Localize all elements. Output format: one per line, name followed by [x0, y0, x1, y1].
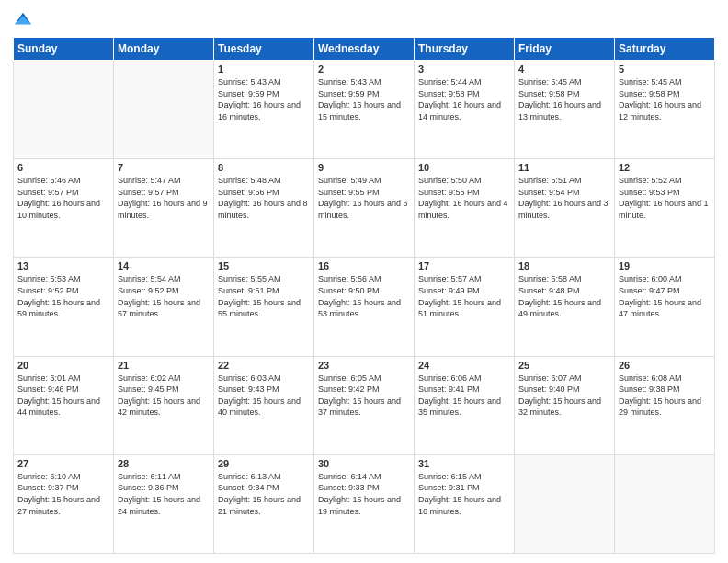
day-number: 2: [318, 63, 410, 75]
calendar-cell: 31Sunrise: 6:15 AM Sunset: 9:31 PM Dayli…: [415, 454, 515, 553]
day-info: Sunrise: 6:06 AM Sunset: 9:41 PM Dayligh…: [418, 373, 510, 419]
calendar-cell: 27Sunrise: 6:10 AM Sunset: 9:37 PM Dayli…: [14, 454, 114, 553]
day-number: 13: [17, 260, 109, 271]
day-info: Sunrise: 5:43 AM Sunset: 9:59 PM Dayligh…: [318, 76, 410, 122]
day-info: Sunrise: 5:45 AM Sunset: 9:58 PM Dayligh…: [518, 76, 610, 122]
calendar-cell: 26Sunrise: 6:08 AM Sunset: 9:38 PM Dayli…: [615, 356, 715, 454]
day-number: 15: [218, 260, 310, 271]
day-header-monday: Monday: [114, 38, 214, 61]
day-info: Sunrise: 5:43 AM Sunset: 9:59 PM Dayligh…: [218, 76, 310, 122]
day-header-saturday: Saturday: [615, 38, 715, 61]
calendar-cell: 22Sunrise: 6:03 AM Sunset: 9:43 PM Dayli…: [214, 356, 314, 454]
day-number: 17: [418, 260, 510, 271]
day-number: 24: [418, 360, 510, 371]
day-info: Sunrise: 5:50 AM Sunset: 9:55 PM Dayligh…: [418, 175, 510, 221]
calendar-cell: 25Sunrise: 6:07 AM Sunset: 9:40 PM Dayli…: [515, 356, 615, 454]
day-info: Sunrise: 5:56 AM Sunset: 9:50 PM Dayligh…: [318, 273, 410, 319]
calendar-cell: 19Sunrise: 6:00 AM Sunset: 9:47 PM Dayli…: [615, 258, 715, 356]
day-number: 4: [518, 63, 610, 75]
day-info: Sunrise: 6:14 AM Sunset: 9:33 PM Dayligh…: [318, 471, 410, 517]
day-info: Sunrise: 6:00 AM Sunset: 9:47 PM Dayligh…: [619, 273, 711, 319]
day-number: 5: [619, 63, 711, 75]
calendar-cell: 4Sunrise: 5:45 AM Sunset: 9:58 PM Daylig…: [515, 61, 615, 159]
day-info: Sunrise: 5:51 AM Sunset: 9:54 PM Dayligh…: [518, 175, 610, 221]
calendar-cell: 20Sunrise: 6:01 AM Sunset: 9:46 PM Dayli…: [14, 356, 114, 454]
day-header-thursday: Thursday: [415, 38, 515, 61]
calendar-cell: 24Sunrise: 6:06 AM Sunset: 9:41 PM Dayli…: [415, 356, 515, 454]
calendar-cell: 7Sunrise: 5:47 AM Sunset: 9:57 PM Daylig…: [114, 159, 214, 258]
calendar-cell: 18Sunrise: 5:58 AM Sunset: 9:48 PM Dayli…: [515, 258, 615, 356]
calendar-cell: 3Sunrise: 5:44 AM Sunset: 9:58 PM Daylig…: [415, 61, 515, 159]
day-number: 19: [619, 260, 711, 271]
day-info: Sunrise: 5:45 AM Sunset: 9:58 PM Dayligh…: [619, 76, 711, 122]
week-row-4: 27Sunrise: 6:10 AM Sunset: 9:37 PM Dayli…: [14, 454, 715, 553]
day-info: Sunrise: 6:01 AM Sunset: 9:46 PM Dayligh…: [17, 373, 109, 419]
days-header-row: SundayMondayTuesdayWednesdayThursdayFrid…: [14, 38, 715, 61]
calendar-cell: 10Sunrise: 5:50 AM Sunset: 9:55 PM Dayli…: [415, 159, 515, 258]
day-number: 22: [218, 360, 310, 371]
day-number: 18: [518, 260, 610, 271]
day-info: Sunrise: 5:47 AM Sunset: 9:57 PM Dayligh…: [118, 175, 210, 221]
calendar-cell: 15Sunrise: 5:55 AM Sunset: 9:51 PM Dayli…: [214, 258, 314, 356]
day-info: Sunrise: 6:13 AM Sunset: 9:34 PM Dayligh…: [218, 471, 310, 517]
day-number: 12: [619, 162, 711, 173]
calendar-cell: 14Sunrise: 5:54 AM Sunset: 9:52 PM Dayli…: [114, 258, 214, 356]
calendar-cell: 11Sunrise: 5:51 AM Sunset: 9:54 PM Dayli…: [515, 159, 615, 258]
day-info: Sunrise: 5:55 AM Sunset: 9:51 PM Dayligh…: [218, 273, 310, 319]
day-info: Sunrise: 6:05 AM Sunset: 9:42 PM Dayligh…: [318, 373, 410, 419]
logo: [13, 9, 37, 29]
logo-icon: [13, 9, 33, 29]
calendar-cell: [14, 61, 114, 159]
day-header-sunday: Sunday: [14, 38, 114, 61]
week-row-1: 6Sunrise: 5:46 AM Sunset: 9:57 PM Daylig…: [14, 159, 715, 258]
header: [13, 9, 715, 29]
day-info: Sunrise: 5:52 AM Sunset: 9:53 PM Dayligh…: [619, 175, 711, 221]
page: SundayMondayTuesdayWednesdayThursdayFrid…: [0, 0, 728, 563]
week-row-2: 13Sunrise: 5:53 AM Sunset: 9:52 PM Dayli…: [14, 258, 715, 356]
calendar-cell: [114, 61, 214, 159]
day-number: 9: [318, 162, 410, 173]
day-number: 29: [218, 458, 310, 469]
day-info: Sunrise: 6:07 AM Sunset: 9:40 PM Dayligh…: [518, 373, 610, 419]
week-row-0: 1Sunrise: 5:43 AM Sunset: 9:59 PM Daylig…: [14, 61, 715, 159]
calendar-cell: 13Sunrise: 5:53 AM Sunset: 9:52 PM Dayli…: [14, 258, 114, 356]
day-info: Sunrise: 5:53 AM Sunset: 9:52 PM Dayligh…: [17, 273, 109, 319]
day-number: 7: [118, 162, 210, 173]
calendar-header: SundayMondayTuesdayWednesdayThursdayFrid…: [14, 38, 715, 61]
day-info: Sunrise: 6:15 AM Sunset: 9:31 PM Dayligh…: [418, 471, 510, 517]
calendar-cell: [515, 454, 615, 553]
day-number: 20: [17, 360, 109, 371]
day-number: 31: [418, 458, 510, 469]
calendar-cell: 17Sunrise: 5:57 AM Sunset: 9:49 PM Dayli…: [415, 258, 515, 356]
calendar-cell: 29Sunrise: 6:13 AM Sunset: 9:34 PM Dayli…: [214, 454, 314, 553]
day-info: Sunrise: 5:49 AM Sunset: 9:55 PM Dayligh…: [318, 175, 410, 221]
calendar-cell: 5Sunrise: 5:45 AM Sunset: 9:58 PM Daylig…: [615, 61, 715, 159]
day-info: Sunrise: 5:54 AM Sunset: 9:52 PM Dayligh…: [118, 273, 210, 319]
day-header-wednesday: Wednesday: [314, 38, 415, 61]
day-header-tuesday: Tuesday: [214, 38, 314, 61]
week-row-3: 20Sunrise: 6:01 AM Sunset: 9:46 PM Dayli…: [14, 356, 715, 454]
day-info: Sunrise: 6:10 AM Sunset: 9:37 PM Dayligh…: [17, 471, 109, 517]
day-info: Sunrise: 6:03 AM Sunset: 9:43 PM Dayligh…: [218, 373, 310, 419]
day-number: 28: [118, 458, 210, 469]
calendar-cell: [615, 454, 715, 553]
calendar-cell: 28Sunrise: 6:11 AM Sunset: 9:36 PM Dayli…: [114, 454, 214, 553]
day-number: 14: [118, 260, 210, 271]
calendar-cell: 23Sunrise: 6:05 AM Sunset: 9:42 PM Dayli…: [314, 356, 415, 454]
day-number: 21: [118, 360, 210, 371]
day-info: Sunrise: 6:11 AM Sunset: 9:36 PM Dayligh…: [118, 471, 210, 517]
calendar-cell: 21Sunrise: 6:02 AM Sunset: 9:45 PM Dayli…: [114, 356, 214, 454]
day-info: Sunrise: 5:57 AM Sunset: 9:49 PM Dayligh…: [418, 273, 510, 319]
calendar-cell: 1Sunrise: 5:43 AM Sunset: 9:59 PM Daylig…: [214, 61, 314, 159]
day-info: Sunrise: 6:08 AM Sunset: 9:38 PM Dayligh…: [619, 373, 711, 419]
day-number: 11: [518, 162, 610, 173]
calendar-cell: 9Sunrise: 5:49 AM Sunset: 9:55 PM Daylig…: [314, 159, 415, 258]
day-info: Sunrise: 6:02 AM Sunset: 9:45 PM Dayligh…: [118, 373, 210, 419]
day-number: 10: [418, 162, 510, 173]
calendar-cell: 8Sunrise: 5:48 AM Sunset: 9:56 PM Daylig…: [214, 159, 314, 258]
day-number: 1: [218, 63, 310, 75]
calendar-body: 1Sunrise: 5:43 AM Sunset: 9:59 PM Daylig…: [14, 61, 715, 554]
day-number: 3: [418, 63, 510, 75]
day-number: 30: [318, 458, 410, 469]
calendar-cell: 16Sunrise: 5:56 AM Sunset: 9:50 PM Dayli…: [314, 258, 415, 356]
